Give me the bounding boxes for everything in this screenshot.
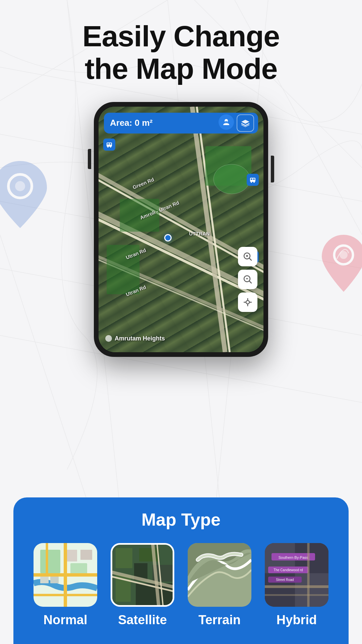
location-center-button[interactable] xyxy=(238,292,257,312)
phone-frame: Area: 0 m² xyxy=(94,102,268,357)
svg-rect-29 xyxy=(107,143,112,147)
map-type-satellite[interactable]: Satellite xyxy=(107,543,178,627)
svg-line-50 xyxy=(249,281,251,283)
svg-point-30 xyxy=(107,146,109,148)
satellite-thumbnail xyxy=(111,543,174,607)
map-type-panel: Map Type xyxy=(13,497,349,644)
normal-thumbnail xyxy=(34,543,97,607)
area-icon-group xyxy=(219,114,254,132)
area-label: Area: 0 m² xyxy=(108,118,153,128)
road-label-uttran: UTTRAN xyxy=(189,231,210,236)
map-type-title: Map Type xyxy=(30,509,332,530)
svg-point-36 xyxy=(253,181,255,183)
map-ui-overlay: Area: 0 m² xyxy=(99,107,263,352)
phone-screen: Area: 0 m² xyxy=(99,107,263,352)
satellite-label: Satellite xyxy=(118,613,167,627)
location-pin-icon xyxy=(105,335,112,342)
layers-icon-btn[interactable] xyxy=(237,114,254,132)
zoom-controls xyxy=(238,247,257,312)
location-name: Amrutam Heights xyxy=(115,335,165,342)
terrain-thumbnail xyxy=(188,543,251,607)
road-label-amroli: Amroli - Utran Rd xyxy=(139,200,180,220)
power-button xyxy=(271,156,274,182)
svg-text:Southern By-Pass: Southern By-Pass xyxy=(279,555,308,559)
svg-point-35 xyxy=(251,181,252,183)
bus-stop-icon-2 xyxy=(247,174,259,186)
svg-text:Street Road: Street Road xyxy=(276,578,294,582)
profile-icon-btn[interactable] xyxy=(219,114,234,130)
svg-rect-32 xyxy=(107,143,109,145)
svg-line-47 xyxy=(249,258,251,260)
svg-rect-63 xyxy=(40,577,49,583)
svg-rect-68 xyxy=(116,548,132,568)
title-section: Easily Change the Map Mode xyxy=(56,0,307,99)
hybrid-label: Hybrid xyxy=(277,613,317,627)
area-bar[interactable]: Area: 0 m² xyxy=(104,113,258,133)
page-wrapper: Easily Change the Map Mode xyxy=(0,0,362,644)
location-label: Amrutam Heights xyxy=(105,335,165,342)
terrain-label: Terrain xyxy=(198,613,241,627)
svg-rect-34 xyxy=(250,178,255,182)
svg-text:The Candlewood rd: The Candlewood rd xyxy=(274,568,303,572)
phone-mockup: Area: 0 m² xyxy=(94,102,268,357)
svg-rect-66 xyxy=(80,550,92,560)
svg-rect-65 xyxy=(67,550,77,561)
location-dot xyxy=(164,234,172,241)
volume-button xyxy=(88,149,91,169)
map-type-hybrid[interactable]: Southern By-Pass The Candlewood rd Stree… xyxy=(261,543,332,627)
road-label-utran1: Utran Rd xyxy=(125,247,147,260)
svg-rect-69 xyxy=(139,548,159,561)
svg-rect-33 xyxy=(110,143,111,145)
page-title: Easily Change the Map Mode xyxy=(82,20,280,85)
map-type-grid: Normal xyxy=(30,543,332,627)
zoom-out-button[interactable] xyxy=(238,270,257,289)
road-label-utran2: Utran Rd xyxy=(125,284,147,297)
svg-rect-37 xyxy=(251,178,252,180)
hybrid-thumbnail: Southern By-Pass The Candlewood rd Stree… xyxy=(265,543,328,607)
svg-rect-57 xyxy=(40,550,60,573)
svg-point-51 xyxy=(246,301,249,304)
map-type-terrain[interactable]: Terrain xyxy=(184,543,255,627)
bus-stop-icon-1 xyxy=(103,139,115,151)
zoom-in-button[interactable] xyxy=(238,247,257,266)
road-label-green: Green Rd xyxy=(132,176,155,190)
svg-rect-64 xyxy=(50,577,59,583)
normal-label: Normal xyxy=(44,613,87,627)
svg-point-31 xyxy=(110,146,111,148)
map-type-normal[interactable]: Normal xyxy=(30,543,101,627)
svg-rect-38 xyxy=(253,178,255,180)
